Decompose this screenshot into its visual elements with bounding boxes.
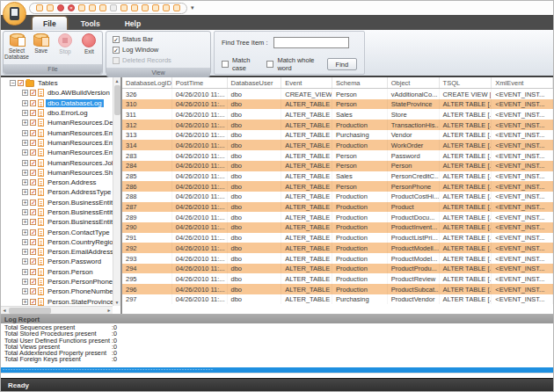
column-header-databaselogid[interactable]: DatabaseLogID xyxy=(122,77,172,88)
match-whole-word-checkbox[interactable] xyxy=(266,61,273,68)
tree-item[interactable]: +✓Person.Password xyxy=(1,257,113,266)
table-row[interactable]: 29704/26/2010 11:...dboALTER_TABLEPurcha… xyxy=(122,294,553,305)
tree-checkbox[interactable]: ✓ xyxy=(30,299,36,305)
table-row[interactable]: 29504/26/2010 11:...dboALTER_TABLEProduc… xyxy=(122,273,553,284)
expand-icon[interactable]: + xyxy=(22,239,28,245)
tree-vertical-scrollbar[interactable]: ▲ ▼ xyxy=(113,77,120,306)
column-header-posttime[interactable]: PostTime xyxy=(172,77,228,88)
scroll-right-icon[interactable]: ► xyxy=(106,308,113,313)
table-row[interactable]: 28904/26/2010 11:...dboALTER_TABLEProduc… xyxy=(122,212,553,222)
expand-icon[interactable]: + xyxy=(22,179,28,185)
abort-icon[interactable]: × xyxy=(68,4,75,11)
expand-icon[interactable]: + xyxy=(22,249,28,255)
tree-checkbox[interactable]: ✓ xyxy=(30,229,36,236)
tree-checkbox[interactable]: ✓ xyxy=(30,149,36,156)
log-report-selected-line[interactable]: ----------------------------------------… xyxy=(1,367,553,373)
tree-root-tables[interactable]: −✓Tables xyxy=(1,78,113,88)
column-header-event[interactable]: Event xyxy=(281,77,332,88)
tab-help[interactable]: Help xyxy=(114,17,151,30)
expand-icon[interactable]: + xyxy=(22,209,28,215)
match-case-checkbox[interactable] xyxy=(222,61,229,68)
column-header-tsql[interactable]: TSQL xyxy=(440,77,492,88)
expand-icon[interactable]: + xyxy=(22,189,28,195)
expand-icon[interactable]: + xyxy=(22,160,28,166)
tree-item[interactable]: +✓HumanResources.Em xyxy=(1,138,113,148)
expand-icon[interactable]: + xyxy=(22,100,28,106)
tree-item[interactable]: +✓Person.Address xyxy=(1,178,113,187)
export-database-icon[interactable] xyxy=(47,4,54,11)
tree-item[interactable]: +✓HumanResources.De xyxy=(1,118,113,127)
column-header-schema[interactable]: Schema xyxy=(332,77,388,88)
record-icon[interactable] xyxy=(57,4,64,11)
status-bar-checkbox[interactable]: ✓ xyxy=(113,36,120,43)
scroll-left-icon[interactable]: ◄ xyxy=(1,308,8,313)
tree-item[interactable]: +✓Person.BusinessEntity xyxy=(1,198,113,207)
tree-item[interactable]: +✓Person.StateProvince xyxy=(1,297,113,306)
expand-icon[interactable]: + xyxy=(22,90,28,96)
tree-checkbox[interactable]: ✓ xyxy=(30,140,36,146)
tree-item[interactable]: +✓Person.CountryRegio xyxy=(1,237,113,247)
table-row[interactable]: 31204/26/2010 11:...dboALTER_TABLEProduc… xyxy=(122,120,553,130)
tree-checkbox[interactable]: ✓ xyxy=(30,160,36,166)
scroll-up-icon[interactable]: ▲ xyxy=(115,77,120,84)
tree-item[interactable]: +✓Person.PhoneNumbe xyxy=(1,287,113,296)
expand-icon[interactable]: + xyxy=(22,130,28,136)
tree-checkbox[interactable]: ✓ xyxy=(30,189,36,195)
table-row[interactable]: 28604/26/2010 11:...dboALTER_TABLEPerson… xyxy=(122,181,553,192)
tree-checkbox[interactable]: ✓ xyxy=(30,100,36,106)
scroll-down-icon[interactable]: ▼ xyxy=(115,299,120,306)
collapse-icon[interactable]: − xyxy=(10,80,16,86)
expand-icon[interactable]: + xyxy=(22,149,28,156)
app-logo-icon[interactable] xyxy=(3,2,26,25)
tree-checkbox[interactable]: ✓ xyxy=(30,219,36,225)
save-button[interactable]: Save xyxy=(30,33,52,54)
table-row[interactable]: 29004/26/2010 11:...dboALTER_TABLEProduc… xyxy=(122,222,553,233)
column-header-xmlevent[interactable]: XmlEvent xyxy=(492,77,553,88)
tree-checkbox[interactable]: ✓ xyxy=(30,279,36,285)
save-report-icon[interactable] xyxy=(89,4,96,11)
expand-icon[interactable]: + xyxy=(22,170,28,176)
log-window-checkbox[interactable]: ✓ xyxy=(113,47,120,54)
refresh-icon[interactable] xyxy=(120,4,128,11)
tree-item[interactable]: +✓HumanResources.Shi xyxy=(1,168,113,178)
tree-checkbox[interactable]: ✓ xyxy=(30,249,36,255)
tree-checkbox[interactable]: ✓ xyxy=(18,80,24,86)
table-row[interactable]: 29604/26/2010 11:...dboALTER_TABLEProduc… xyxy=(122,284,553,294)
tree-item[interactable]: +✓HumanResources.Em xyxy=(1,127,113,137)
tree-checkbox[interactable]: ✓ xyxy=(30,120,36,126)
tree-item[interactable]: +✓Person.PersonPhone xyxy=(1,277,113,287)
tree-checkbox[interactable]: ✓ xyxy=(30,200,36,206)
table-row[interactable]: 31104/26/2010 11:...dboALTER_TABLESalesS… xyxy=(122,109,553,120)
tree-checkbox[interactable]: ✓ xyxy=(30,269,36,275)
table-row[interactable]: 28304/26/2010 11:...dboALTER_TABLEPerson… xyxy=(122,150,553,161)
tree-item[interactable]: +✓HumanResources.Em xyxy=(1,148,113,157)
table-row[interactable]: 28404/26/2010 11:...dboALTER_TABLEPerson… xyxy=(122,161,553,171)
table-row[interactable]: 28804/26/2010 11:...dboALTER_TABLEProduc… xyxy=(122,192,553,202)
expand-icon[interactable]: + xyxy=(22,219,28,225)
table-row[interactable]: 31004/26/2010 11:...dboALTER_TABLEPerson… xyxy=(122,99,553,110)
table-row[interactable]: 28504/26/2010 11:...dboALTER_TABLESalesP… xyxy=(122,171,553,182)
table-row[interactable]: 32604/26/2010 11:...dboCREATE_VIEWPerson… xyxy=(122,89,553,99)
tree-item[interactable]: +✓Person.BusinessEntity xyxy=(1,217,113,227)
tree-item[interactable]: +✓HumanResources.Job xyxy=(1,157,113,167)
tree-checkbox[interactable]: ✓ xyxy=(30,170,36,176)
column-header-object[interactable]: Object xyxy=(388,77,440,88)
tree-checkbox[interactable]: ✓ xyxy=(30,90,36,96)
tree-horizontal-scrollbar[interactable]: ◄ ► xyxy=(1,306,113,314)
find-tree-item-input[interactable] xyxy=(273,37,349,48)
tab-file[interactable]: File xyxy=(33,17,67,30)
exit-button[interactable]: Exit xyxy=(78,33,100,54)
table-row[interactable]: 29204/26/2010 11:...dboALTER_TABLEProduc… xyxy=(122,243,553,253)
expand-icon[interactable]: + xyxy=(22,299,28,305)
find-button[interactable]: Find xyxy=(327,58,357,70)
table-row[interactable]: 29304/26/2010 11:...dboALTER_TABLEProduc… xyxy=(122,253,553,264)
expand-icon[interactable]: + xyxy=(22,258,28,265)
tree-checkbox[interactable]: ✓ xyxy=(30,239,36,245)
table-row[interactable]: 31304/26/2010 11:...dboALTER_TABLEPurcha… xyxy=(122,130,553,141)
table-row[interactable]: 28704/26/2010 11:...dboALTER_TABLEProduc… xyxy=(122,202,553,213)
about-icon[interactable] xyxy=(173,4,180,11)
table-row[interactable]: 29404/26/2010 11:...dboALTER_TABLEProduc… xyxy=(122,264,553,274)
tree-checkbox[interactable]: ✓ xyxy=(30,110,36,116)
tree-item[interactable]: +✓dbo.ErrorLog xyxy=(1,108,113,118)
expand-icon[interactable]: + xyxy=(22,229,28,236)
